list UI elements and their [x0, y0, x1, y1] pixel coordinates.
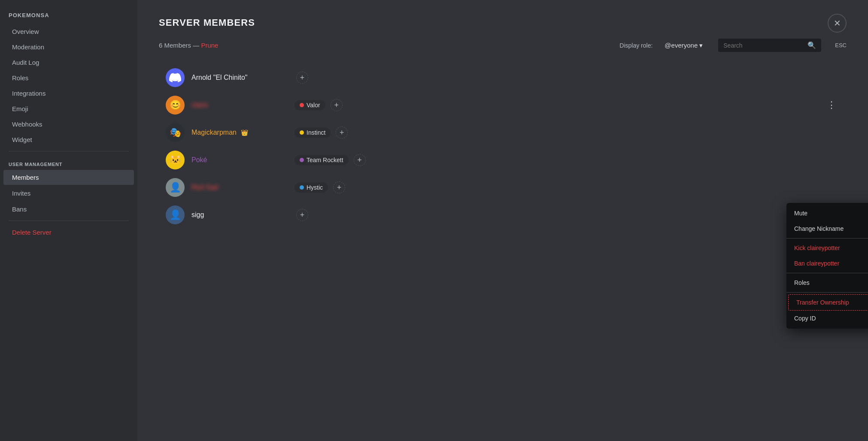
- avatar: 🎭: [166, 123, 185, 142]
- member-name: claire: [191, 101, 269, 109]
- avatar: 👤: [166, 178, 185, 197]
- sidebar-item-emoji[interactable]: Emoji: [3, 101, 134, 116]
- add-role-button[interactable]: +: [331, 99, 343, 111]
- role-tags: +: [294, 209, 308, 221]
- user-management-section-label: USER MANAGEMENT: [0, 155, 137, 169]
- role-tag: Hystic: [294, 182, 328, 193]
- sidebar-item-label: Widget: [12, 136, 32, 143]
- search-input[interactable]: [723, 42, 804, 49]
- sidebar-item-audit-log[interactable]: Audit Log: [3, 55, 134, 70]
- context-menu-item-label: Transfer Ownership: [796, 299, 849, 306]
- sidebar-item-label: Emoji: [12, 105, 28, 112]
- role-dot: [300, 103, 304, 107]
- crown-icon: 👑: [241, 129, 248, 136]
- role-tag: Team Rockett: [294, 155, 349, 165]
- context-menu-item-label: Mute: [794, 210, 807, 217]
- sidebar-item-label: Delete Server: [12, 229, 52, 236]
- avatar: 😊: [166, 96, 185, 115]
- role-dot: [300, 158, 304, 162]
- display-role-label: Display role:: [619, 42, 653, 49]
- role-tag-label: Valor: [307, 102, 320, 109]
- context-menu-item-label: Ban claireypotter: [794, 260, 839, 267]
- member-name: sigg: [191, 211, 269, 219]
- sidebar-item-label: Integrations: [12, 90, 46, 97]
- main-content: ✕ SERVER MEMBERS 6 Members — Prune Displ…: [137, 0, 868, 441]
- context-menu-copy-id[interactable]: Copy ID: [786, 311, 868, 326]
- table-row[interactable]: 👤 sigg +: [159, 201, 847, 229]
- member-options-button[interactable]: ⋮: [823, 98, 840, 112]
- sidebar-item-label: Webhooks: [12, 121, 42, 128]
- context-menu-item-label: Kick claireypotter: [794, 245, 840, 251]
- esc-label: ESC: [835, 42, 847, 48]
- add-role-button[interactable]: +: [296, 209, 308, 221]
- sidebar-item-delete-server[interactable]: Delete Server: [3, 225, 134, 240]
- member-name: Arnold "El Chinito": [191, 74, 269, 82]
- role-tags: +: [294, 72, 308, 84]
- sidebar-item-members[interactable]: Members: [3, 170, 134, 185]
- role-tags: Team Rockett +: [294, 154, 366, 166]
- sidebar-item-label: Roles: [12, 74, 28, 82]
- sidebar-item-roles[interactable]: Roles: [3, 70, 134, 85]
- prune-link[interactable]: Prune: [201, 42, 218, 49]
- search-icon: 🔍: [807, 41, 816, 49]
- sidebar-item-label: Invites: [12, 190, 30, 197]
- sidebar-item-widget[interactable]: Widget: [3, 132, 134, 147]
- context-menu: Mute Change Nickname Kick claireypotter …: [786, 203, 868, 329]
- sidebar-item-overview[interactable]: Overview: [3, 24, 134, 39]
- context-menu-mute[interactable]: Mute: [786, 205, 868, 221]
- search-box: 🔍: [718, 39, 821, 52]
- sidebar-item-label: Overview: [12, 28, 39, 35]
- sidebar-item-integrations[interactable]: Integrations: [3, 86, 134, 101]
- sidebar-item-bans[interactable]: Bans: [3, 202, 134, 217]
- avatar: [166, 68, 185, 87]
- role-tags: Hystic +: [294, 181, 345, 193]
- role-tags: Valor +: [294, 99, 343, 111]
- context-menu-roles[interactable]: Roles ›: [786, 275, 868, 290]
- add-role-button[interactable]: +: [336, 127, 348, 139]
- table-row[interactable]: 👤 Red Sad Hystic +: [159, 174, 847, 201]
- context-menu-divider-3: [786, 292, 868, 293]
- context-menu-item-label: Copy ID: [794, 315, 816, 322]
- role-tag: Valor: [294, 100, 325, 110]
- transfer-ownership-box: Transfer Ownership: [788, 294, 868, 311]
- server-name: POKEMONSA: [0, 9, 137, 24]
- sidebar-item-invites[interactable]: Invites: [3, 186, 134, 201]
- avatar: 👤: [166, 205, 185, 224]
- chevron-down-icon: ▾: [699, 42, 703, 49]
- sidebar-item-label: Moderation: [12, 43, 44, 51]
- table-row[interactable]: 🎭 Magickarpman 👑 Instinct +: [159, 119, 847, 146]
- context-menu-item-label: Change Nickname: [794, 225, 844, 232]
- context-menu-change-nickname[interactable]: Change Nickname: [786, 221, 868, 236]
- context-menu-kick[interactable]: Kick claireypotter: [786, 240, 868, 256]
- role-select[interactable]: @everyone ▾: [665, 42, 703, 49]
- context-menu-item-label: Roles: [794, 279, 810, 286]
- table-row[interactable]: Arnold "El Chinito" +: [159, 64, 847, 91]
- add-role-button[interactable]: +: [354, 154, 366, 166]
- role-dot: [300, 130, 304, 135]
- role-tag-label: Hystic: [307, 184, 323, 191]
- context-menu-ban[interactable]: Ban claireypotter: [786, 256, 868, 271]
- members-bar: 6 Members — Prune Display role: @everyon…: [159, 39, 847, 52]
- sidebar-item-webhooks[interactable]: Webhooks: [3, 117, 134, 132]
- member-name: Poké: [191, 156, 269, 164]
- member-name: Red Sad: [191, 184, 269, 191]
- add-role-button[interactable]: +: [296, 72, 308, 84]
- context-menu-transfer-ownership[interactable]: Transfer Ownership: [789, 295, 868, 310]
- sidebar-item-label: Members: [12, 174, 39, 181]
- role-tag-label: Team Rockett: [307, 157, 343, 163]
- role-tags: Instinct +: [294, 127, 348, 139]
- role-dot: [300, 185, 304, 190]
- add-role-button[interactable]: +: [333, 181, 345, 193]
- table-row[interactable]: 🐱 Poké Team Rockett +: [159, 146, 847, 174]
- context-menu-divider-2: [786, 273, 868, 273]
- sidebar-divider-2: [9, 220, 129, 221]
- sidebar-item-moderation[interactable]: Moderation: [3, 39, 134, 54]
- role-select-value: @everyone: [665, 42, 698, 49]
- sidebar-item-label: Audit Log: [12, 59, 39, 66]
- close-button[interactable]: ✕: [828, 14, 847, 33]
- sidebar: POKEMONSA Overview Moderation Audit Log …: [0, 0, 137, 441]
- sidebar-item-label: Bans: [12, 205, 27, 213]
- avatar: 🐱: [166, 151, 185, 169]
- member-name: Magickarpman 👑: [191, 129, 269, 136]
- table-row[interactable]: 😊 claire Valor + ⋮ Mute Change Nickname: [159, 91, 847, 119]
